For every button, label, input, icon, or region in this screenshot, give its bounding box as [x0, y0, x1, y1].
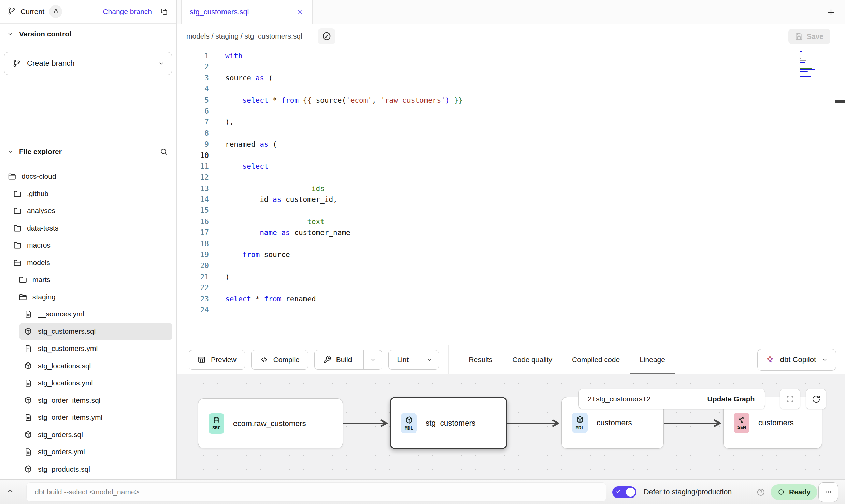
file-tree-item-stg-customers-yml[interactable]: stg_customers.yml [0, 340, 176, 357]
file-tree-item-macros[interactable]: macros [0, 237, 176, 254]
tab-compiled-code[interactable]: Compiled code [572, 345, 620, 374]
tab-code-quality[interactable]: Code quality [512, 345, 552, 374]
help-icon[interactable] [756, 488, 765, 498]
lineage-node-stg-customers-mdl[interactable]: MDLstg_customers [390, 397, 507, 449]
close-icon[interactable] [296, 8, 304, 16]
more-options-button[interactable] [818, 482, 838, 502]
copy-icon[interactable] [160, 8, 168, 16]
command-placeholder: dbt build --select <model_name> [35, 488, 139, 496]
save-button[interactable]: Save [788, 29, 830, 44]
file-tree-item-stg-locations-sql[interactable]: stg_locations.sql [0, 357, 176, 375]
code-editor[interactable]: 123456789101112131415161718192021222324 … [177, 48, 845, 345]
refresh-button[interactable] [806, 389, 826, 409]
file-tree-item-stg-orders-sql[interactable]: stg_orders.sql [0, 426, 176, 444]
node-label: stg_customers [426, 419, 475, 428]
file-tree-item-marts[interactable]: marts [0, 271, 176, 288]
line-number: 8 [177, 128, 209, 139]
create-branch-label: Create branch [27, 59, 74, 68]
line-number: 13 [177, 183, 209, 194]
line-number: 1 [177, 50, 209, 61]
code-line: select [225, 161, 804, 172]
file-tree-item-staging[interactable]: staging [0, 288, 176, 306]
fullscreen-button[interactable] [780, 389, 800, 409]
node-label: customers [597, 418, 632, 427]
tabbar-separator [815, 0, 815, 24]
file-name: stg_customers.sql [38, 327, 96, 336]
file-icon [24, 447, 33, 456]
version-control-header[interactable]: Version control [7, 30, 168, 38]
sidebar: Current Change branch Version control Cr… [0, 0, 177, 479]
git-branch-icon [8, 7, 16, 16]
compass-icon [321, 31, 332, 41]
tab-results[interactable]: Results [469, 345, 492, 374]
scrollbar-thumb[interactable] [835, 100, 845, 103]
lineage-panel[interactable]: SRCecom.raw_customersMDLstg_customersMDL… [177, 374, 845, 479]
lineage-filter: 2+stg_customers+2 Update Graph [578, 389, 765, 409]
code-line [225, 172, 804, 183]
file-tree-item-analyses[interactable]: analyses [0, 202, 176, 220]
breadcrumb-bar: models / staging / stg_customers.sql Sav… [177, 24, 845, 48]
change-branch-link[interactable]: Change branch [103, 8, 152, 16]
compile-button[interactable]: Compile [251, 350, 308, 370]
command-input[interactable]: dbt build --select <model_name> [26, 482, 606, 502]
file-name: .github [27, 190, 48, 198]
node-label: customers [758, 418, 794, 427]
cube-icon [576, 415, 584, 424]
file-name: stg_order_items.yml [38, 413, 102, 421]
folder-icon [18, 275, 27, 284]
main-panel: stg_customers.sql models / staging / stg… [177, 0, 845, 479]
code-lines[interactable]: withsource as ( select * from {{ source(… [225, 50, 804, 315]
defer-toggle[interactable] [612, 486, 636, 498]
chevron-up-icon[interactable] [6, 487, 14, 496]
file-tree-item-data-tests[interactable]: data-tests [0, 220, 176, 237]
node-type-badge: SEM [734, 413, 749, 433]
copilot-sparkle-icon [765, 355, 775, 365]
new-tab-button[interactable] [824, 5, 838, 19]
chevron-down-icon [7, 31, 14, 38]
minimap[interactable] [800, 51, 831, 78]
model-cube-icon [24, 430, 33, 439]
plus-icon [826, 8, 836, 17]
tab-lineage[interactable]: Lineage [640, 345, 665, 374]
defer-label: Defer to staging/production [644, 480, 732, 504]
create-branch-dropdown[interactable] [151, 52, 172, 75]
file-name: __sources.yml [38, 310, 84, 318]
code-line [225, 61, 804, 72]
file-tree-item-stg-products-sql[interactable]: stg_products.sql [0, 461, 176, 478]
update-graph-button[interactable]: Update Graph [697, 395, 765, 403]
file-tree-item--sources-yml[interactable]: __sources.yml [0, 306, 176, 323]
search-icon[interactable] [159, 147, 168, 156]
build-dropdown[interactable] [363, 350, 382, 369]
file-tree-item-stg-locations-yml[interactable]: stg_locations.yml [0, 374, 176, 392]
file-tree-item-stg-orders-yml[interactable]: stg_orders.yml [0, 443, 176, 461]
file-tree-item-stg-order-items-sql[interactable]: stg_order_items.sql [0, 392, 176, 409]
file-tree-item-docs-cloud[interactable]: docs-cloud [0, 168, 176, 185]
cube-icon [405, 416, 413, 424]
model-cube-icon [24, 327, 33, 336]
build-button[interactable]: Build [314, 350, 383, 370]
file-explorer-header[interactable]: File explorer [7, 147, 168, 156]
code-line: ) [225, 271, 804, 282]
lint-button[interactable]: Lint [388, 350, 439, 370]
minimap-line [800, 60, 806, 61]
create-branch-button[interactable]: Create branch [4, 52, 172, 75]
file-explorer-title: File explorer [19, 148, 62, 156]
file-tree-item-stg-order-items-yml[interactable]: stg_order_items.yml [0, 409, 176, 426]
lineage-filter-input[interactable]: 2+stg_customers+2 [579, 395, 697, 403]
file-tree-item-models[interactable]: models [0, 254, 176, 271]
editor-toolbar: Preview Compile Build Lint ResultsCode q… [177, 345, 845, 374]
lineage-node-ecom-raw-customers-src[interactable]: SRCecom.raw_customers [198, 398, 343, 448]
lint-dropdown[interactable] [420, 350, 439, 369]
minimap-line [800, 74, 801, 74]
dbt-copilot-button[interactable]: dbt Copilot [757, 349, 836, 371]
code-line [225, 84, 804, 94]
file-tree-item-stg-customers-sql[interactable]: stg_customers.sql [19, 323, 172, 340]
node-type-badge: SRC [209, 413, 224, 434]
code-line [225, 305, 804, 315]
preview-button[interactable]: Preview [189, 350, 245, 370]
docs-compass-button[interactable] [318, 28, 335, 44]
line-number: 10 [177, 150, 209, 161]
file-name: macros [27, 241, 51, 249]
file-tree-item--github[interactable]: .github [0, 185, 176, 203]
tab-stg-customers-sql[interactable]: stg_customers.sql [181, 0, 313, 24]
